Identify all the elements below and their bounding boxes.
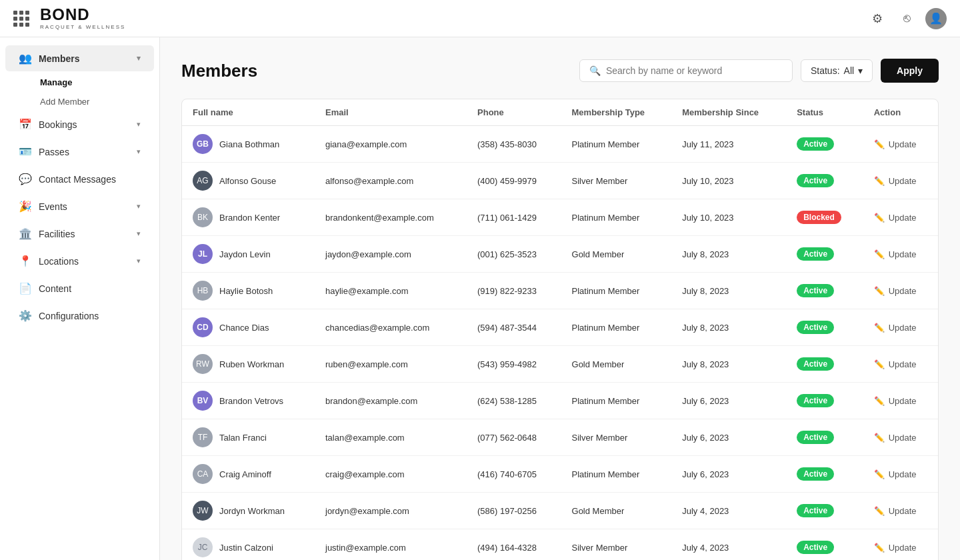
sidebar-item-events[interactable]: 🎉 Events ▾: [5, 193, 154, 219]
update-label[interactable]: Update: [889, 469, 917, 479]
update-action[interactable]: ✏️ Update: [874, 433, 927, 443]
sidebar-label-members: Members: [39, 53, 79, 64]
sidebar-item-locations[interactable]: 📍 Locations ▾: [5, 248, 154, 274]
member-since: July 6, 2023: [671, 456, 786, 493]
pencil-icon: ✏️: [874, 286, 885, 296]
update-label[interactable]: Update: [889, 396, 917, 406]
sidebar-item-configurations[interactable]: ⚙️ Configurations: [5, 303, 154, 329]
member-type: Gold Member: [561, 346, 672, 383]
member-name-cell: AG Alfonso Gouse: [182, 163, 315, 199]
table-row: TF Talan Franci talan@example.com (077) …: [182, 419, 938, 456]
member-name: Chance Dias: [219, 323, 269, 333]
table-row: HB Haylie Botosh haylie@example.com (919…: [182, 273, 938, 309]
member-name-cell: GB Giana Bothman: [182, 126, 315, 163]
update-action[interactable]: ✏️ Update: [874, 176, 927, 186]
update-action[interactable]: ✏️ Update: [874, 323, 927, 333]
member-action[interactable]: ✏️ Update: [863, 309, 938, 346]
update-action[interactable]: ✏️ Update: [874, 249, 927, 259]
update-label[interactable]: Update: [889, 506, 917, 516]
update-action[interactable]: ✏️ Update: [874, 506, 927, 516]
update-action[interactable]: ✏️ Update: [874, 469, 927, 479]
members-icon: 👥: [19, 52, 32, 65]
update-label[interactable]: Update: [889, 286, 917, 296]
member-action[interactable]: ✏️ Update: [863, 199, 938, 236]
member-type: Silver Member: [561, 419, 672, 456]
status-badge: Active: [797, 431, 834, 444]
table-row: BV Brandon Vetrovs brandon@example.com (…: [182, 383, 938, 419]
update-action[interactable]: ✏️ Update: [874, 396, 927, 406]
sidebar-item-facilities[interactable]: 🏛️ Facilities ▾: [5, 221, 154, 247]
sidebar-item-content[interactable]: 📄 Content: [5, 275, 154, 301]
logo-text: BOND: [40, 7, 125, 23]
member-since: July 11, 2023: [671, 126, 786, 163]
member-name-cell: JW Jordyn Workman: [182, 493, 315, 529]
member-avatar: GB: [193, 134, 213, 154]
update-label[interactable]: Update: [889, 323, 917, 333]
status-badge: Active: [797, 247, 834, 261]
update-label[interactable]: Update: [889, 543, 917, 553]
update-label[interactable]: Update: [889, 176, 917, 186]
member-status: Active: [786, 383, 863, 419]
member-phone: (543) 959-4982: [467, 346, 561, 383]
search-icon: 🔍: [589, 65, 601, 76]
member-phone: (919) 822-9233: [467, 273, 561, 309]
member-name: Brandon Kenter: [219, 213, 280, 223]
update-label[interactable]: Update: [889, 213, 917, 223]
update-action[interactable]: ✏️ Update: [874, 213, 927, 223]
chevron-down-icon: ▾: [858, 65, 863, 76]
grid-menu-icon[interactable]: [13, 11, 29, 27]
update-label[interactable]: Update: [889, 249, 917, 259]
update-label[interactable]: Update: [889, 433, 917, 443]
member-action[interactable]: ✏️ Update: [863, 126, 938, 163]
status-filter[interactable]: Status: All ▾: [801, 59, 873, 82]
search-input[interactable]: [606, 65, 783, 76]
member-action[interactable]: ✏️ Update: [863, 419, 938, 456]
member-name: Ruben Workman: [219, 359, 284, 369]
member-action[interactable]: ✏️ Update: [863, 456, 938, 493]
sidebar-item-members[interactable]: 👥 Members ▾: [5, 45, 154, 71]
member-action[interactable]: ✏️ Update: [863, 529, 938, 561]
sidebar-sub-item-manage[interactable]: Manage: [33, 73, 159, 92]
main-content: Members 🔍 Status: All ▾ Apply Full name …: [160, 37, 960, 560]
member-status: Active: [786, 273, 863, 309]
update-action[interactable]: ✏️ Update: [874, 359, 927, 369]
member-action[interactable]: ✏️ Update: [863, 493, 938, 529]
member-avatar: JW: [193, 501, 213, 521]
logout-icon[interactable]: ⎋: [896, 8, 917, 29]
table-row: GB Giana Bothman giana@example.com (358)…: [182, 126, 938, 163]
member-action[interactable]: ✏️ Update: [863, 346, 938, 383]
sidebar-item-bookings[interactable]: 📅 Bookings ▾: [5, 111, 154, 137]
member-status: Active: [786, 419, 863, 456]
member-avatar: BK: [193, 207, 213, 227]
col-email: Email: [315, 99, 467, 126]
member-action[interactable]: ✏️ Update: [863, 163, 938, 199]
update-label[interactable]: Update: [889, 359, 917, 369]
member-status: Active: [786, 346, 863, 383]
member-avatar: CD: [193, 317, 213, 337]
member-avatar: RW: [193, 354, 213, 374]
search-box[interactable]: 🔍: [579, 59, 793, 82]
sidebar-item-passes[interactable]: 🪪 Passes ▾: [5, 139, 154, 165]
update-label[interactable]: Update: [889, 139, 917, 149]
settings-icon[interactable]: ⚙: [867, 8, 888, 29]
update-action[interactable]: ✏️ Update: [874, 543, 927, 553]
member-since: July 10, 2023: [671, 199, 786, 236]
col-fullname: Full name: [182, 99, 315, 126]
sidebar-label-content: Content: [39, 283, 71, 294]
events-icon: 🎉: [19, 200, 32, 213]
member-email: giana@example.com: [315, 126, 467, 163]
member-action[interactable]: ✏️ Update: [863, 236, 938, 273]
member-since: July 8, 2023: [671, 273, 786, 309]
member-email: craig@example.com: [315, 456, 467, 493]
member-action[interactable]: ✏️ Update: [863, 273, 938, 309]
member-action[interactable]: ✏️ Update: [863, 383, 938, 419]
chevron-down-icon: ▾: [137, 147, 141, 156]
update-action[interactable]: ✏️ Update: [874, 286, 927, 296]
sidebar-item-contact-messages[interactable]: 💬 Contact Messages: [5, 166, 154, 192]
locations-icon: 📍: [19, 255, 32, 267]
update-action[interactable]: ✏️ Update: [874, 139, 927, 149]
member-phone: (624) 538-1285: [467, 383, 561, 419]
avatar[interactable]: 👤: [925, 8, 947, 29]
sidebar-sub-item-add-member[interactable]: Add Member: [33, 92, 159, 111]
apply-button[interactable]: Apply: [881, 59, 939, 83]
